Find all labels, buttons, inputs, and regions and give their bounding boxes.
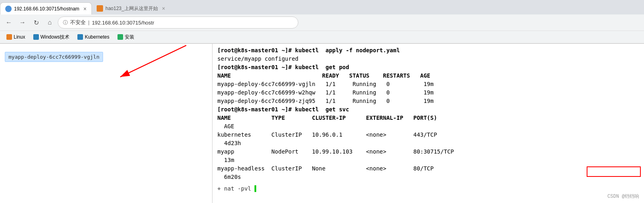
terminal-content: [root@k8s-master01 ~]# kubectl apply -f … — [217, 46, 639, 181]
address-bar[interactable]: ⓘ 不安全 | 192.168.66.10:30715/hostr — [58, 16, 298, 29]
tab-inactive[interactable]: hao123_上网从这里开始 × — [92, 2, 170, 14]
svc-age-myapp: 13m — [217, 157, 234, 163]
bookmark-install[interactable]: 安装 — [114, 33, 138, 41]
cmd-line-3: [root@k8s-master01 ~]# kubectl get svc — [217, 106, 349, 113]
home-button[interactable]: ⌂ — [44, 17, 55, 28]
bookmark-icon-kubernetes — [77, 34, 83, 40]
bottom-command: + nat -pvl ▌ — [217, 185, 258, 192]
bottom-cmd-text: + nat -pvl — [217, 185, 251, 192]
main-content: myapp-deploy-6cc7c66999-vgjln [root@k8s-… — [0, 44, 644, 203]
output-line-1: service/myapp configured — [217, 55, 298, 62]
tab-bar: 192.168.66.10:30715/hostnam × hao123_上网从… — [0, 0, 644, 14]
svc-age-kubernetes: 4d23h — [217, 140, 241, 146]
bookmark-label-linux: Linux — [14, 34, 25, 40]
insecure-label: 不安全 — [70, 19, 86, 26]
svc-row-headless: myapp-headless ClusterIP None <none> 80/… — [217, 165, 433, 172]
tab-favicon-1 — [5, 6, 12, 12]
tab-favicon-2 — [97, 5, 103, 12]
address-url: 192.168.66.10:30715/hostr — [92, 20, 154, 26]
tab-close-2[interactable]: × — [162, 5, 165, 12]
terminal-panel: [root@k8s-master01 ~]# kubectl apply -f … — [213, 44, 644, 203]
bookmark-label-kubernetes: Kubernetes — [85, 34, 109, 40]
address-bar-row: ← → ↻ ⌂ ⓘ 不安全 | 192.168.66.10:30715/host… — [0, 14, 644, 31]
svc-row-myapp: myapp NodePort 10.99.10.103 <none> 80:30… — [217, 148, 454, 155]
bookmark-label-install: 安装 — [125, 34, 134, 41]
svg-line-1 — [120, 45, 186, 77]
tab-close-1[interactable]: × — [83, 6, 87, 12]
bookmark-kubernetes[interactable]: Kubernetes — [74, 33, 112, 41]
forward-button[interactable]: → — [17, 17, 28, 28]
tab-active[interactable]: 192.168.66.10:30715/hostnam × — [0, 2, 92, 14]
bookmark-icon-windows — [33, 34, 39, 40]
browser-chrome: 192.168.66.10:30715/hostnam × hao123_上网从… — [0, 0, 644, 44]
bookmark-linux[interactable]: Linux — [3, 33, 28, 41]
svc-header: NAME TYPE CLUSTER-IP EXTERNAL-IP PORT(S) — [217, 115, 437, 121]
pod-row-3: myapp-deploy-6cc7c66999-zjq95 1/1 Runnin… — [217, 98, 433, 104]
svc-age-header: AGE — [217, 123, 234, 129]
back-button[interactable]: ← — [3, 17, 14, 28]
bookmark-icon-install — [117, 34, 123, 40]
svc-age-headless: 6m20s — [217, 174, 241, 180]
cursor-indicator: ▌ — [255, 185, 258, 192]
bookmark-windows[interactable]: Windows技术 — [30, 33, 73, 41]
tab-title-1: 192.168.66.10:30715/hostnam — [14, 6, 79, 12]
bookmark-label-windows: Windows技术 — [41, 34, 70, 41]
tab-title-2: hao123_上网从这里开始 — [105, 5, 158, 12]
cmd-line-2: [root@k8s-master01 ~]# kubectl get pod — [217, 64, 349, 70]
arrow-overlay — [0, 44, 212, 203]
browser-page: myapp-deploy-6cc7c66999-vgjln — [0, 44, 213, 203]
pod-row-2: myapp-deploy-6cc7c66999-w2hqw 1/1 Runnin… — [217, 89, 433, 96]
refresh-button[interactable]: ↻ — [30, 17, 42, 28]
bookmarks-bar: Linux Windows技术 Kubernetes 安装 — [0, 31, 644, 43]
cmd-line-1: [root@k8s-master01 ~]# kubectl apply -f … — [217, 47, 400, 53]
bookmark-icon-linux — [6, 34, 12, 40]
insecure-icon: ⓘ — [63, 19, 68, 26]
csdn-watermark: CSDN @铛铛响 — [608, 193, 639, 200]
address-separator: | — [88, 20, 89, 25]
pod-header: NAME READY STATUS RESTARTS AGE — [217, 72, 430, 79]
pod-name-display: myapp-deploy-6cc7c66999-vgjln — [5, 52, 103, 62]
svc-row-kubernetes: kubernetes ClusterIP 10.96.0.1 <none> 44… — [217, 131, 437, 138]
pod-row-1: myapp-deploy-6cc7c66999-vgjln 1/1 Runnin… — [217, 81, 433, 87]
